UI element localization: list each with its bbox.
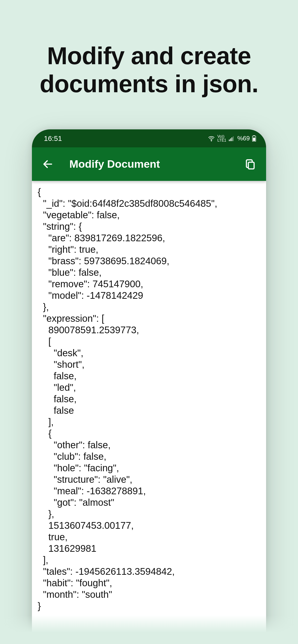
svg-rect-9 (248, 162, 254, 169)
app-bar: Modify Document (32, 147, 266, 181)
arrow-left-icon (42, 158, 54, 170)
status-time: 16:51 (44, 134, 62, 142)
back-button[interactable] (41, 157, 55, 171)
status-bar: 16:51 Vo)) LTE1 %69 (32, 130, 266, 147)
signal-icon (229, 136, 235, 141)
svg-rect-3 (232, 137, 232, 141)
save-fab[interactable] (223, 632, 254, 644)
battery-percent: %69 (237, 135, 250, 142)
copy-button[interactable] (243, 157, 257, 171)
battery-icon (252, 135, 256, 142)
svg-rect-1 (229, 140, 230, 141)
json-editor[interactable]: { "_id": "$oid:64f48f2c385df8008c546485"… (32, 181, 266, 612)
svg-point-0 (211, 140, 212, 141)
network-label: LTE1 (217, 138, 226, 142)
svg-rect-7 (253, 138, 255, 141)
phone-frame: 16:51 Vo)) LTE1 %69 (32, 130, 266, 644)
save-icon (232, 642, 245, 644)
marketing-headline: Modify and create documents in json. (0, 42, 298, 98)
copy-icon (244, 158, 256, 170)
appbar-title: Modify Document (69, 158, 160, 170)
wifi-icon (208, 136, 215, 141)
svg-rect-2 (230, 138, 231, 141)
status-indicators: Vo)) LTE1 %69 (208, 135, 256, 142)
svg-rect-4 (233, 136, 233, 141)
